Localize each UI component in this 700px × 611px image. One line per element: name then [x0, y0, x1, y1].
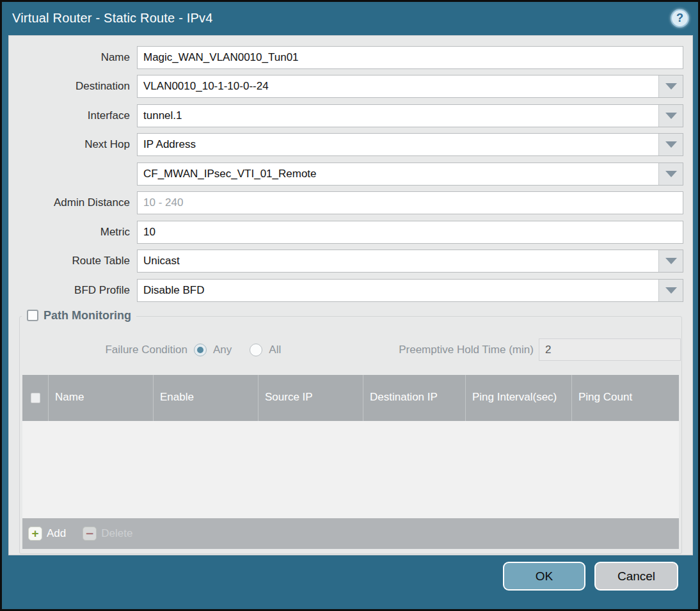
- preemptive-hold-time-label: Preemptive Hold Time (min): [399, 344, 534, 356]
- next-hop-address-input[interactable]: [138, 163, 658, 185]
- route-table-row: Route Table: [9, 247, 683, 276]
- admin-distance-label: Admin Distance: [9, 196, 137, 209]
- route-table-input[interactable]: [138, 250, 658, 272]
- add-button[interactable]: + Add: [28, 527, 66, 541]
- col-source-ip[interactable]: Source IP: [258, 375, 363, 421]
- delete-button[interactable]: − Delete: [83, 527, 132, 541]
- radio-dot: [197, 347, 203, 353]
- radio-any[interactable]: [194, 344, 207, 356]
- dialog-titlebar: Virtual Router - Static Route - IPv4 ?: [2, 2, 698, 34]
- next-hop-input[interactable]: [138, 134, 658, 155]
- destination-row: Destination: [9, 72, 683, 102]
- chevron-down-icon: [665, 171, 677, 177]
- destination-label: Destination: [9, 80, 137, 93]
- select-all-checkbox[interactable]: [31, 393, 40, 403]
- delete-minus-icon: −: [83, 527, 97, 541]
- metric-row: Metric: [9, 218, 683, 247]
- table-toolbar: + Add − Delete: [22, 518, 679, 549]
- name-input[interactable]: [137, 46, 683, 69]
- bfd-profile-row: BFD Profile: [9, 276, 683, 305]
- destination-combo: [137, 75, 683, 98]
- interface-dropdown-button[interactable]: [658, 105, 683, 127]
- path-monitoring-table: Name Enable Source IP Destination IP Pin…: [22, 375, 679, 549]
- static-route-dialog: Virtual Router - Static Route - IPv4 ? N…: [0, 0, 700, 611]
- path-monitoring-legend: Path Monitoring: [22, 309, 136, 322]
- bfd-profile-combo: [137, 279, 683, 302]
- col-enable[interactable]: Enable: [153, 375, 258, 421]
- next-hop-row: Next Hop: [9, 131, 683, 160]
- chevron-down-icon: [665, 258, 677, 264]
- path-monitoring-title: Path Monitoring: [44, 309, 131, 322]
- interface-row: Interface: [9, 101, 683, 131]
- table-header: Name Enable Source IP Destination IP Pin…: [22, 375, 679, 421]
- chevron-down-icon: [665, 287, 677, 294]
- col-ping-count[interactable]: Ping Count: [571, 375, 679, 421]
- next-hop-address-combo: [137, 163, 683, 186]
- col-name[interactable]: Name: [48, 375, 153, 421]
- delete-button-label: Delete: [101, 527, 132, 540]
- static-route-form: Name Destination Interface: [9, 36, 692, 305]
- chevron-down-icon: [665, 141, 677, 148]
- preemptive-hold-time-input[interactable]: [539, 338, 681, 361]
- destination-input[interactable]: [138, 75, 658, 97]
- failure-condition-row: Failure Condition Any All Preemptive Hol…: [20, 338, 681, 361]
- route-table-dropdown-button[interactable]: [658, 250, 683, 272]
- next-hop-combo: [137, 133, 683, 156]
- path-monitoring-checkbox[interactable]: [27, 310, 38, 321]
- failure-condition-radio-group: Any All: [194, 344, 299, 356]
- next-hop-dropdown-button[interactable]: [658, 134, 683, 155]
- metric-input[interactable]: [137, 221, 683, 244]
- chevron-down-icon: [665, 113, 677, 119]
- col-ping-interval[interactable]: Ping Interval(sec): [465, 375, 571, 421]
- metric-label: Metric: [9, 226, 137, 239]
- name-row: Name: [9, 43, 683, 72]
- route-table-combo: [137, 250, 683, 273]
- add-plus-icon: +: [28, 527, 42, 541]
- admin-distance-row: Admin Distance: [9, 189, 683, 218]
- bfd-profile-label: BFD Profile: [9, 284, 137, 297]
- next-hop-address-dropdown-button[interactable]: [658, 163, 683, 185]
- select-all-cell: [22, 375, 48, 421]
- next-hop-address-row: [9, 159, 683, 189]
- dialog-title: Virtual Router - Static Route - IPv4: [12, 11, 671, 26]
- interface-input[interactable]: [138, 105, 658, 127]
- route-table-label: Route Table: [9, 255, 137, 267]
- name-label: Name: [9, 51, 137, 64]
- chevron-down-icon: [665, 83, 677, 90]
- dialog-footer: OK Cancel: [2, 553, 698, 609]
- table-body-empty: [22, 421, 679, 518]
- help-icon[interactable]: ?: [671, 9, 689, 28]
- interface-label: Interface: [9, 109, 137, 122]
- cancel-button[interactable]: Cancel: [594, 562, 678, 591]
- footer-buttons: OK Cancel: [503, 562, 678, 591]
- path-monitoring-section: Path Monitoring Failure Condition Any Al…: [19, 316, 682, 554]
- radio-all[interactable]: [250, 344, 262, 356]
- destination-dropdown-button[interactable]: [658, 75, 683, 97]
- dialog-body: Name Destination Interface: [8, 35, 693, 555]
- add-button-label: Add: [47, 527, 66, 540]
- ok-button[interactable]: OK: [503, 562, 585, 591]
- bfd-profile-input[interactable]: [138, 280, 658, 301]
- bfd-profile-dropdown-button[interactable]: [658, 280, 683, 301]
- admin-distance-input[interactable]: [137, 191, 683, 214]
- col-destination-ip[interactable]: Destination IP: [363, 375, 465, 421]
- interface-combo: [137, 104, 683, 127]
- radio-any-label: Any: [213, 344, 232, 356]
- radio-all-label: All: [269, 344, 281, 356]
- next-hop-label: Next Hop: [9, 138, 137, 151]
- failure-condition-label: Failure Condition: [20, 344, 194, 356]
